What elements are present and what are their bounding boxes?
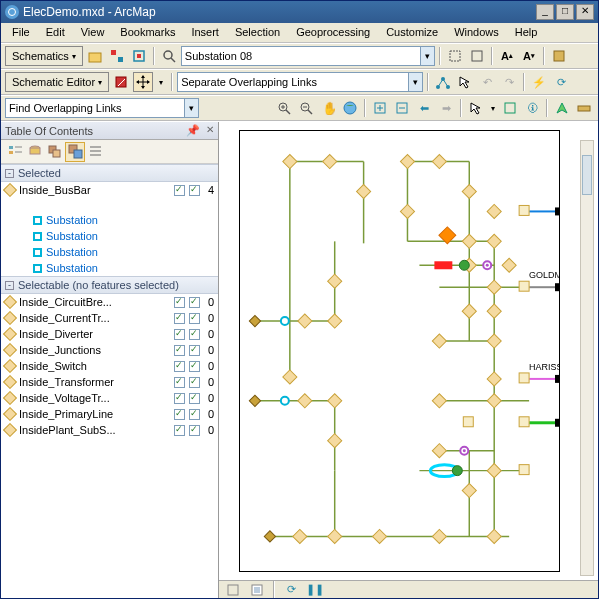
checkbox[interactable] — [174, 297, 185, 308]
next-extent-icon[interactable]: ➡ — [436, 98, 456, 118]
select-features-icon[interactable] — [466, 98, 486, 118]
sublayer-row[interactable]: Substation — [1, 212, 218, 228]
sublayer-row[interactable]: Substation — [1, 228, 218, 244]
generate-icon[interactable] — [107, 46, 127, 66]
zoom-out-icon[interactable] — [296, 98, 316, 118]
layer-row[interactable]: Inside_PrimaryLine0 — [1, 406, 218, 422]
select-move-icon[interactable] — [133, 72, 153, 92]
checkbox[interactable] — [174, 361, 185, 372]
diagram-layer-combo[interactable]: ▾ — [181, 46, 435, 66]
menu-edit[interactable]: Edit — [39, 25, 72, 40]
sublayer-row[interactable]: Substation — [1, 244, 218, 260]
menu-help[interactable]: Help — [508, 25, 545, 40]
substation-link[interactable]: Substation — [46, 262, 98, 274]
measure-icon[interactable] — [574, 98, 594, 118]
pan-icon[interactable]: ✋ — [318, 98, 338, 118]
toc-options-icon[interactable] — [85, 142, 105, 162]
dropdown-icon[interactable]: ▾ — [408, 73, 422, 91]
zoom-fixed-out-icon[interactable] — [392, 98, 412, 118]
checkbox[interactable] — [189, 185, 200, 196]
sublayer-row[interactable]: Substation — [1, 260, 218, 276]
select-dropdown[interactable]: ▾ — [155, 72, 167, 92]
identify-icon[interactable]: 🛈 — [522, 98, 542, 118]
undo-icon[interactable]: ↶ — [477, 72, 497, 92]
checkbox[interactable] — [174, 377, 185, 388]
substation-link[interactable]: Substation — [46, 230, 98, 242]
menu-insert[interactable]: Insert — [184, 25, 226, 40]
layer-row[interactable]: Inside_Transformer0 — [1, 374, 218, 390]
checkbox[interactable] — [174, 425, 185, 436]
toc-section-selected[interactable]: - Selected — [1, 164, 218, 182]
layer-row[interactable]: Inside_Switch0 — [1, 358, 218, 374]
toc-list-by-visibility-icon[interactable] — [45, 142, 65, 162]
checkbox[interactable] — [174, 313, 185, 324]
checkbox[interactable] — [189, 409, 200, 420]
refresh-view-icon[interactable]: ⟳ — [281, 580, 301, 599]
font-down-icon[interactable]: A▾ — [519, 46, 539, 66]
layer-row[interactable]: Inside_CircuitBre...0 — [1, 294, 218, 310]
layer-row[interactable]: Inside_Junctions0 — [1, 342, 218, 358]
pause-drawing-icon[interactable]: ❚❚ — [305, 580, 325, 599]
toc-list-by-drawing-icon[interactable] — [5, 142, 25, 162]
style-icon[interactable] — [549, 46, 569, 66]
checkbox[interactable] — [189, 377, 200, 388]
select-arrow-icon[interactable] — [455, 72, 475, 92]
checkbox[interactable] — [189, 329, 200, 340]
open-diagram-icon[interactable] — [85, 46, 105, 66]
menu-windows[interactable]: Windows — [447, 25, 506, 40]
menu-customize[interactable]: Customize — [379, 25, 445, 40]
checkbox[interactable] — [174, 345, 185, 356]
schematics-dropdown[interactable]: Schematics▾ — [5, 46, 83, 66]
substation-link[interactable]: Substation — [46, 246, 98, 258]
toc-list-by-selection-icon[interactable] — [65, 142, 85, 162]
menu-geoprocessing[interactable]: Geoprocessing — [289, 25, 377, 40]
toc-close-icon[interactable]: ✕ — [206, 124, 214, 135]
menu-bookmarks[interactable]: Bookmarks — [113, 25, 182, 40]
layer-row[interactable]: Inside_BusBar 4 — [1, 182, 218, 198]
toc-pin-icon[interactable]: 📌 — [186, 124, 200, 137]
find-input[interactable] — [9, 102, 195, 114]
toc-section-selectable[interactable]: - Selectable (no features selected) — [1, 276, 218, 294]
layer-row[interactable]: Inside_Diverter0 — [1, 326, 218, 342]
titlebar[interactable]: ElecDemo.mxd - ArcMap _ □ ✕ — [1, 1, 598, 23]
data-view-icon[interactable] — [223, 580, 243, 599]
checkbox[interactable] — [189, 361, 200, 372]
select-sq-icon[interactable] — [445, 46, 465, 66]
checkbox[interactable] — [174, 393, 185, 404]
vertical-scrollbar[interactable] — [580, 140, 594, 576]
map-canvas[interactable]: GOLDMINE HARISSON — [231, 126, 580, 576]
layer-row[interactable]: InsidePlant_SubS...0 — [1, 422, 218, 438]
layer-row[interactable]: Inside_VoltageTr...0 — [1, 390, 218, 406]
toc-header[interactable]: Table Of Contents 📌 ✕ — [1, 122, 218, 140]
minimize-button[interactable]: _ — [536, 4, 554, 20]
close-button[interactable]: ✕ — [576, 4, 594, 20]
refresh-icon[interactable] — [129, 46, 149, 66]
menu-selection[interactable]: Selection — [228, 25, 287, 40]
checkbox[interactable] — [189, 393, 200, 404]
redo-icon[interactable]: ↷ — [499, 72, 519, 92]
substation-link[interactable]: Substation — [46, 214, 98, 226]
schematic-editor-dropdown[interactable]: Schematic Editor▾ — [5, 72, 109, 92]
extent-icon[interactable] — [467, 46, 487, 66]
toc-list-by-source-icon[interactable] — [25, 142, 45, 162]
sublayer-row[interactable] — [1, 198, 218, 212]
menu-view[interactable]: View — [74, 25, 112, 40]
lightning-icon[interactable]: ⚡ — [529, 72, 549, 92]
layer-row[interactable]: Inside_CurrentTr...0 — [1, 310, 218, 326]
zoom-in-icon[interactable] — [274, 98, 294, 118]
maximize-button[interactable]: □ — [556, 4, 574, 20]
checkbox[interactable] — [189, 297, 200, 308]
dropdown-icon[interactable]: ▾ — [184, 99, 198, 117]
diagram-layer-input[interactable] — [185, 50, 431, 62]
checkbox[interactable] — [174, 409, 185, 420]
locate-icon[interactable] — [552, 98, 572, 118]
checkbox[interactable] — [189, 313, 200, 324]
rotate-icon[interactable]: ⟳ — [551, 72, 571, 92]
checkbox[interactable] — [189, 425, 200, 436]
clear-selection-icon[interactable] — [500, 98, 520, 118]
globe-icon[interactable] — [340, 98, 360, 118]
search-icon[interactable] — [159, 46, 179, 66]
checkbox[interactable] — [174, 185, 185, 196]
font-up-icon[interactable]: A▴ — [497, 46, 517, 66]
checkbox[interactable] — [174, 329, 185, 340]
